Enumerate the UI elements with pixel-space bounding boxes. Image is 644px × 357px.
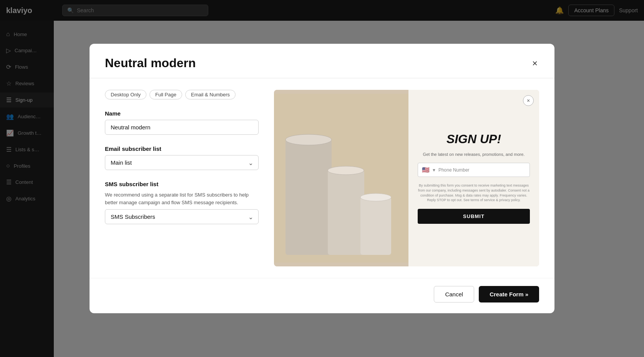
preview-form: × SIGN UP! Get the latest on new release… bbox=[408, 90, 539, 266]
email-list-select[interactable]: Main list Newsletter Promotions bbox=[105, 155, 259, 170]
svg-rect-4 bbox=[328, 170, 364, 255]
svg-rect-7 bbox=[360, 197, 391, 255]
tag-email-numbers: Email & Numbers bbox=[185, 90, 236, 99]
cancel-button[interactable]: Cancel bbox=[434, 286, 474, 302]
preview-phone-input: 🇺🇸 ▼ Phone Number bbox=[418, 163, 530, 177]
modal-header: Neutral modern × bbox=[90, 44, 554, 78]
name-input[interactable] bbox=[105, 120, 259, 135]
email-list-select-wrapper: Main list Newsletter Promotions ⌄ bbox=[105, 155, 259, 170]
modal-body: Desktop Only Full Page Email & Numbers N… bbox=[90, 78, 554, 278]
tags-row: Desktop Only Full Page Email & Numbers bbox=[105, 90, 259, 99]
preview-signup-title: SIGN UP! bbox=[446, 132, 501, 146]
modal-close-button[interactable]: × bbox=[531, 57, 539, 69]
tag-desktop-only: Desktop Only bbox=[105, 90, 146, 99]
modal: Neutral modern × Desktop Only Full Page … bbox=[90, 44, 554, 313]
left-panel: Desktop Only Full Page Email & Numbers N… bbox=[105, 90, 259, 266]
name-label: Name bbox=[105, 110, 259, 117]
modal-title: Neutral modern bbox=[105, 56, 196, 70]
preview-panel: × SIGN UP! Get the latest on new release… bbox=[274, 90, 539, 266]
flag-icon: 🇺🇸 bbox=[422, 166, 430, 174]
phone-placeholder-text: Phone Number bbox=[438, 167, 526, 173]
cylinders-illustration bbox=[274, 94, 408, 263]
modal-overlay[interactable]: Neutral modern × Desktop Only Full Page … bbox=[0, 0, 644, 357]
preview-submit-button[interactable]: SUBMIT bbox=[418, 209, 530, 224]
chevron-down-icon: ▼ bbox=[432, 168, 436, 172]
preview-consent-text: By submitting this form you consent to r… bbox=[418, 183, 530, 202]
modal-footer: Cancel Create Form » bbox=[90, 278, 554, 313]
sms-list-label: SMS subscriber list bbox=[105, 181, 259, 187]
sms-list-select-wrapper: SMS Subscribers Main list ⌄ bbox=[105, 209, 259, 224]
email-list-label: Email subscriber list bbox=[105, 145, 259, 152]
svg-rect-1 bbox=[285, 140, 332, 255]
create-form-button[interactable]: Create Form » bbox=[479, 286, 539, 302]
sms-list-select[interactable]: SMS Subscribers Main list bbox=[105, 209, 259, 224]
tag-full-page: Full Page bbox=[149, 90, 182, 99]
preview-close-button[interactable]: × bbox=[523, 95, 534, 106]
sms-list-form-group: SMS subscriber list We recommend using a… bbox=[105, 181, 259, 224]
name-form-group: Name bbox=[105, 110, 259, 135]
email-list-form-group: Email subscriber list Main list Newslett… bbox=[105, 145, 259, 170]
preview-image bbox=[274, 90, 408, 266]
preview-signup-subtitle: Get the latest on new releases, promotio… bbox=[423, 152, 525, 157]
sms-list-description: We recommend using a separate list for S… bbox=[105, 191, 259, 206]
